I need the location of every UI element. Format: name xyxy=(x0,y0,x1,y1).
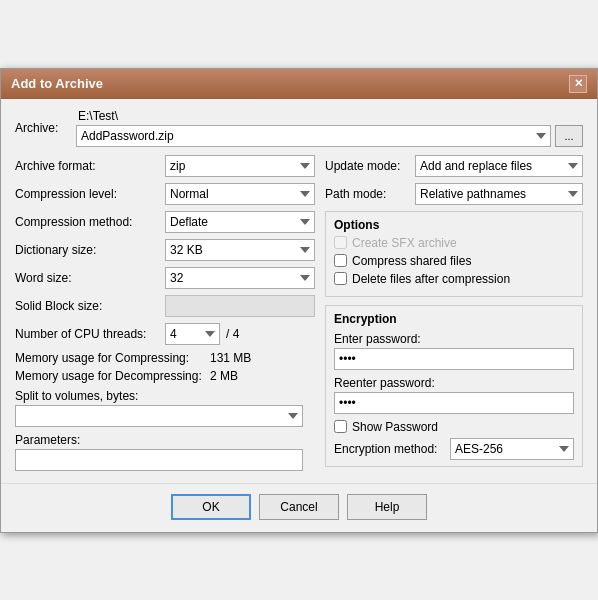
delete-after-checkbox[interactable] xyxy=(334,272,347,285)
create-sfx-checkbox[interactable] xyxy=(334,236,347,249)
dictionary-size-select[interactable]: 32 KB 16 KB 64 KB xyxy=(165,239,315,261)
archive-label: Archive: xyxy=(15,121,70,135)
split-volumes-label: Split to volumes, bytes: xyxy=(15,389,315,403)
show-password-checkbox[interactable] xyxy=(334,420,347,433)
encryption-method-select-wrapper: AES-256 ZipCrypto AES-128 AES-192 xyxy=(450,438,574,460)
compress-shared-label: Compress shared files xyxy=(352,254,471,268)
split-volumes-select[interactable]: 100M 700M - CD xyxy=(15,405,303,427)
encryption-group: Encryption Enter password: Reenter passw… xyxy=(325,305,583,467)
compression-method-select[interactable]: Deflate LZMA xyxy=(165,211,315,233)
split-volumes-select-wrapper: 100M 700M - CD xyxy=(15,405,303,427)
word-size-select[interactable]: 32 16 64 xyxy=(165,267,315,289)
dialog-title: Add to Archive xyxy=(11,76,103,91)
browse-button[interactable]: ... xyxy=(555,125,583,147)
enter-password-label: Enter password: xyxy=(334,332,574,346)
create-sfx-label: Create SFX archive xyxy=(352,236,457,250)
update-mode-select-wrapper: Add and replace files Update and add fil… xyxy=(415,155,583,177)
solid-block-size-row: Solid Block size: xyxy=(15,295,315,317)
word-size-row: Word size: 32 16 64 xyxy=(15,267,315,289)
update-mode-label: Update mode: xyxy=(325,159,415,173)
left-column: Archive format: zip 7z tar Compression l… xyxy=(15,155,315,473)
close-button[interactable]: ✕ xyxy=(569,75,587,93)
cpu-threads-row: Number of CPU threads: 4 1 2 3 / 4 xyxy=(15,323,315,345)
path-mode-label: Path mode: xyxy=(325,187,415,201)
create-sfx-row: Create SFX archive xyxy=(334,236,574,250)
dictionary-size-label: Dictionary size: xyxy=(15,243,165,257)
ok-button[interactable]: OK xyxy=(171,494,251,520)
button-row: OK Cancel Help xyxy=(1,483,597,532)
reenter-password-label: Reenter password: xyxy=(334,376,574,390)
cpu-threads-select[interactable]: 4 1 2 3 xyxy=(165,323,220,345)
path-mode-select[interactable]: Relative pathnames No pathnames Full pat… xyxy=(415,183,583,205)
memory-decompressing-row: Memory usage for Decompressing: 2 MB xyxy=(15,369,315,383)
enter-password-input[interactable] xyxy=(334,348,574,370)
cancel-button[interactable]: Cancel xyxy=(259,494,339,520)
parameters-label: Parameters: xyxy=(15,433,315,447)
update-mode-row: Update mode: Add and replace files Updat… xyxy=(325,155,583,177)
compress-shared-checkbox[interactable] xyxy=(334,254,347,267)
dialog-body: Archive: E:\Test\ AddPassword.zip ... xyxy=(1,99,597,483)
update-mode-select[interactable]: Add and replace files Update and add fil… xyxy=(415,155,583,177)
path-mode-select-wrapper: Relative pathnames No pathnames Full pat… xyxy=(415,183,583,205)
archive-format-select-wrapper: zip 7z tar xyxy=(165,155,315,177)
archive-filename-select[interactable]: AddPassword.zip xyxy=(76,125,551,147)
word-size-label: Word size: xyxy=(15,271,165,285)
archive-format-select[interactable]: zip 7z tar xyxy=(165,155,315,177)
encryption-method-label: Encryption method: xyxy=(334,442,444,456)
archive-format-label: Archive format: xyxy=(15,159,165,173)
delete-after-row: Delete files after compression xyxy=(334,272,574,286)
help-button[interactable]: Help xyxy=(347,494,427,520)
show-password-row: Show Password xyxy=(334,420,574,434)
cpu-threads-select-wrapper: 4 1 2 3 xyxy=(165,323,220,345)
parameters-input[interactable] xyxy=(15,449,303,471)
compression-method-label: Compression method: xyxy=(15,215,165,229)
archive-input-row: AddPassword.zip ... xyxy=(76,125,583,147)
compression-level-select-wrapper: Normal Store Fast xyxy=(165,183,315,205)
parameters-section: Parameters: xyxy=(15,433,315,471)
solid-block-size-select-wrapper xyxy=(165,295,315,317)
word-size-select-wrapper: 32 16 64 xyxy=(165,267,315,289)
solid-block-size-select[interactable] xyxy=(165,295,315,317)
cpu-total-label: / 4 xyxy=(226,327,239,341)
title-bar: Add to Archive ✕ xyxy=(1,69,597,99)
split-volumes-section: Split to volumes, bytes: 100M 700M - CD xyxy=(15,389,315,427)
compression-level-select[interactable]: Normal Store Fast xyxy=(165,183,315,205)
compression-level-row: Compression level: Normal Store Fast xyxy=(15,183,315,205)
dictionary-size-row: Dictionary size: 32 KB 16 KB 64 KB xyxy=(15,239,315,261)
memory-compressing-label: Memory usage for Compressing: xyxy=(15,351,210,365)
memory-decompressing-label: Memory usage for Decompressing: xyxy=(15,369,210,383)
dictionary-size-select-wrapper: 32 KB 16 KB 64 KB xyxy=(165,239,315,261)
options-title: Options xyxy=(334,218,574,232)
memory-compressing-row: Memory usage for Compressing: 131 MB xyxy=(15,351,315,365)
archive-path-wrapper: E:\Test\ AddPassword.zip ... xyxy=(76,109,583,147)
encryption-method-select[interactable]: AES-256 ZipCrypto AES-128 AES-192 xyxy=(450,438,574,460)
compression-method-row: Compression method: Deflate LZMA xyxy=(15,211,315,233)
solid-block-size-label: Solid Block size: xyxy=(15,299,165,313)
archive-path-text: E:\Test\ xyxy=(78,109,583,123)
archive-filename-wrapper: AddPassword.zip xyxy=(76,125,551,147)
reenter-password-input[interactable] xyxy=(334,392,574,414)
memory-decompressing-value: 2 MB xyxy=(210,369,238,383)
delete-after-label: Delete files after compression xyxy=(352,272,510,286)
dialog-window: Add to Archive ✕ Archive: E:\Test\ AddPa… xyxy=(0,68,598,533)
compression-method-select-wrapper: Deflate LZMA xyxy=(165,211,315,233)
memory-compressing-value: 131 MB xyxy=(210,351,251,365)
path-mode-row: Path mode: Relative pathnames No pathnam… xyxy=(325,183,583,205)
archive-format-row: Archive format: zip 7z tar xyxy=(15,155,315,177)
cpu-threads-label: Number of CPU threads: xyxy=(15,327,165,341)
encryption-method-row: Encryption method: AES-256 ZipCrypto AES… xyxy=(334,438,574,460)
main-columns: Archive format: zip 7z tar Compression l… xyxy=(15,155,583,473)
archive-row: Archive: E:\Test\ AddPassword.zip ... xyxy=(15,109,583,147)
options-group: Options Create SFX archive Compress shar… xyxy=(325,211,583,297)
compress-shared-row: Compress shared files xyxy=(334,254,574,268)
show-password-label: Show Password xyxy=(352,420,438,434)
compression-level-label: Compression level: xyxy=(15,187,165,201)
encryption-title: Encryption xyxy=(334,312,574,326)
right-column: Update mode: Add and replace files Updat… xyxy=(325,155,583,473)
